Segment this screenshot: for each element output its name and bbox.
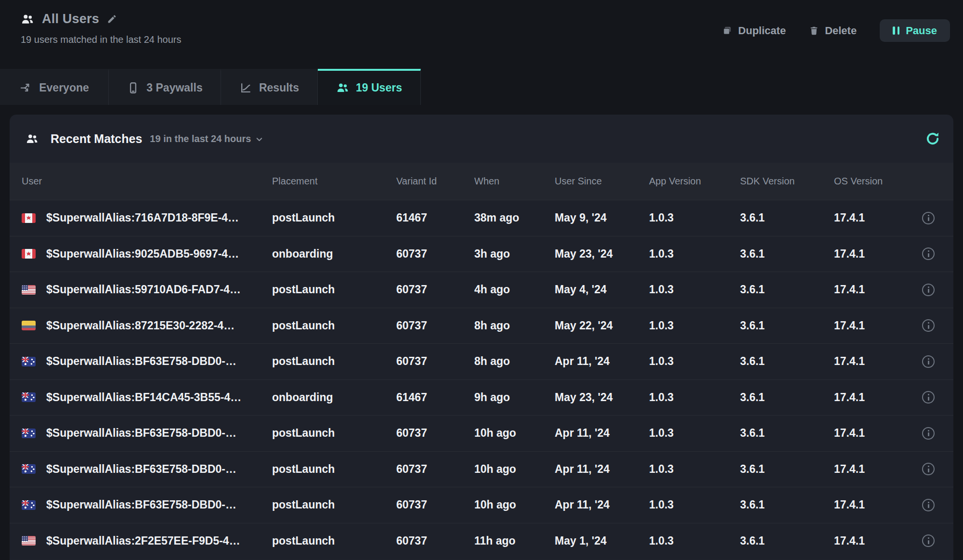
- when-cell: 4h ago: [474, 283, 555, 296]
- sdk-version-cell: 3.6.1: [740, 211, 834, 224]
- table-row[interactable]: $SuperwallAlias:716A7D18-8F9E-4… postLau…: [10, 200, 953, 236]
- users-icon: [26, 132, 39, 145]
- sdk-version-cell: 3.6.1: [740, 427, 834, 440]
- duplicate-icon: [722, 26, 732, 36]
- os-version-cell: 17.4.1: [834, 534, 922, 547]
- placement-cell: onboarding: [272, 247, 396, 260]
- placement-cell: postLaunch: [272, 427, 396, 440]
- user-since-cell: Apr 11, '24: [555, 427, 649, 440]
- placement-cell: postLaunch: [272, 463, 396, 476]
- sdk-version-cell: 3.6.1: [740, 319, 834, 332]
- delete-button[interactable]: Delete: [809, 25, 857, 37]
- when-cell: 9h ago: [474, 391, 555, 404]
- table-row[interactable]: $SuperwallAlias:BF63E758-DBD0-… postLaun…: [10, 415, 953, 451]
- info-icon[interactable]: [922, 534, 935, 547]
- flag-au-icon: [22, 429, 36, 438]
- info-icon[interactable]: [922, 463, 935, 475]
- info-icon[interactable]: [922, 247, 935, 260]
- when-cell: 10h ago: [474, 498, 555, 511]
- pause-icon: [893, 26, 899, 35]
- user-since-cell: May 23, '24: [555, 391, 649, 404]
- table-row[interactable]: $SuperwallAlias:59710AD6-FAD7-4… postLau…: [10, 272, 953, 308]
- info-icon[interactable]: [922, 427, 935, 440]
- edit-title-icon[interactable]: [107, 14, 117, 24]
- placement-cell: onboarding: [272, 391, 396, 404]
- user-alias: $SuperwallAlias:BF14CA45-3B55-4…: [46, 391, 241, 404]
- when-cell: 8h ago: [474, 355, 555, 368]
- user-alias: $SuperwallAlias:9025ADB5-9697-4…: [46, 247, 239, 260]
- table-row[interactable]: $SuperwallAlias:BF14CA45-3B55-4… onboard…: [10, 379, 953, 416]
- os-version-cell: 17.4.1: [834, 247, 922, 260]
- tab-paywalls[interactable]: 3 Paywalls: [109, 69, 221, 105]
- user-cell: $SuperwallAlias:BF14CA45-3B55-4…: [22, 391, 272, 404]
- flag-au-icon: [22, 357, 36, 366]
- table-row[interactable]: $SuperwallAlias:BF63E758-DBD0-… postLaun…: [10, 451, 953, 487]
- phone-icon: [127, 81, 140, 94]
- user-alias: $SuperwallAlias:716A7D18-8F9E-4…: [46, 211, 239, 224]
- variant-id-cell: 61467: [396, 211, 474, 224]
- tab-results[interactable]: Results: [221, 69, 318, 105]
- user-cell: $SuperwallAlias:BF63E758-DBD0-…: [22, 498, 272, 511]
- app-version-cell: 1.0.3: [649, 211, 740, 224]
- os-version-cell: 17.4.1: [834, 463, 922, 476]
- info-icon[interactable]: [922, 284, 935, 296]
- variant-id-cell: 60737: [396, 534, 474, 547]
- info-icon[interactable]: [922, 212, 935, 224]
- table-row[interactable]: $SuperwallAlias:87215E30-2282-4… postLau…: [10, 308, 953, 344]
- app-version-cell: 1.0.3: [649, 534, 740, 547]
- sdk-version-cell: 3.6.1: [740, 391, 834, 404]
- os-version-cell: 17.4.1: [834, 355, 922, 368]
- flag-au-icon: [22, 392, 36, 402]
- column-header-app-version: App Version: [649, 176, 740, 187]
- placement-cell: postLaunch: [272, 498, 396, 511]
- table-row[interactable]: $SuperwallAlias:9025ADB5-9697-4… onboard…: [10, 236, 953, 272]
- user-alias: $SuperwallAlias:2F2E57EE-F9D5-4…: [46, 534, 240, 547]
- split-arrow-icon: [19, 81, 32, 94]
- app-version-cell: 1.0.3: [649, 355, 740, 368]
- user-alias: $SuperwallAlias:87215E30-2282-4…: [46, 319, 234, 332]
- flag-ca-icon: [22, 249, 36, 259]
- duplicate-button[interactable]: Duplicate: [722, 25, 786, 37]
- info-icon[interactable]: [922, 355, 935, 368]
- pause-button[interactable]: Pause: [880, 19, 950, 42]
- tab-everyone[interactable]: Everyone: [0, 69, 109, 105]
- app-version-cell: 1.0.3: [649, 391, 740, 404]
- column-header-user: User: [22, 176, 272, 187]
- column-header-os-version: OS Version: [834, 176, 922, 187]
- tab-users[interactable]: 19 Users: [318, 69, 421, 105]
- when-cell: 10h ago: [474, 427, 555, 440]
- table-row[interactable]: $SuperwallAlias:BF63E758-DBD0-… postLaun…: [10, 343, 953, 379]
- variant-id-cell: 60737: [396, 463, 474, 476]
- user-alias: $SuperwallAlias:59710AD6-FAD7-4…: [46, 283, 241, 296]
- user-cell: $SuperwallAlias:BF63E758-DBD0-…: [22, 463, 272, 476]
- sdk-version-cell: 3.6.1: [740, 498, 834, 511]
- chevron-down-icon: [255, 135, 264, 144]
- info-icon[interactable]: [922, 319, 935, 332]
- time-range-dropdown[interactable]: 19 in the last 24 hours: [150, 133, 264, 144]
- variant-id-cell: 61467: [396, 391, 474, 404]
- refresh-button[interactable]: [924, 130, 941, 147]
- user-since-cell: Apr 11, '24: [555, 463, 649, 476]
- table-row[interactable]: $SuperwallAlias:2F2E57EE-F9D5-4… postLau…: [10, 523, 953, 559]
- placement-cell: postLaunch: [272, 534, 396, 547]
- app-version-cell: 1.0.3: [649, 427, 740, 440]
- chart-icon: [239, 81, 252, 94]
- variant-id-cell: 60737: [396, 319, 474, 332]
- info-icon[interactable]: [922, 391, 935, 404]
- campaign-header: All Users 19 users matched in the last 2…: [21, 12, 182, 45]
- placement-cell: postLaunch: [272, 283, 396, 296]
- app-version-cell: 1.0.3: [649, 319, 740, 332]
- page-title: All Users: [42, 12, 99, 26]
- trash-icon: [809, 26, 819, 36]
- user-alias: $SuperwallAlias:BF63E758-DBD0-…: [46, 355, 236, 368]
- sdk-version-cell: 3.6.1: [740, 463, 834, 476]
- users-icon: [336, 81, 349, 94]
- sdk-version-cell: 3.6.1: [740, 534, 834, 547]
- flag-au-icon: [22, 464, 36, 474]
- sdk-version-cell: 3.6.1: [740, 355, 834, 368]
- info-icon[interactable]: [922, 499, 935, 511]
- match-count-subtitle: 19 users matched in the last 24 hours: [21, 34, 182, 45]
- table-row[interactable]: $SuperwallAlias:BF63E758-DBD0-… postLaun…: [10, 487, 953, 523]
- flag-co-icon: [22, 321, 36, 330]
- when-cell: 3h ago: [474, 247, 555, 260]
